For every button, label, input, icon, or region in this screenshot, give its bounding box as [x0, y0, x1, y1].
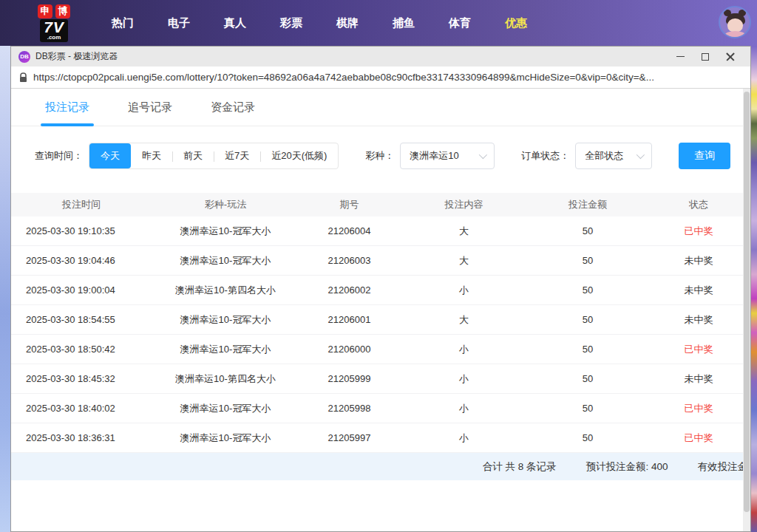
nav-menu: 热门 电子 真人 彩票 棋牌 捕鱼 体育 优惠: [95, 0, 544, 46]
nav-item-lottery[interactable]: 彩票: [263, 0, 319, 46]
screen: 申 博 7V .com 热门 电子 真人 彩票 棋牌 捕鱼 体育 优惠: [0, 0, 757, 532]
browser-favicon-icon: DB: [18, 51, 30, 63]
cell-status: 已中奖: [647, 402, 750, 415]
tab-fund-records[interactable]: 资金记录: [211, 100, 255, 126]
record-tabs: 投注记录 追号记录 资金记录: [11, 89, 750, 126]
header-bet-content: 投注内容: [399, 198, 529, 211]
cell-bet-time: 2025-03-30 18:50:42: [11, 344, 152, 355]
nav-item-fishing[interactable]: 捕鱼: [376, 0, 432, 46]
header-issue: 期号: [299, 198, 399, 211]
cell-bet-content: 大: [399, 313, 529, 327]
cell-bet-amount: 50: [529, 255, 647, 266]
logo-wordmark: 7V .com: [40, 19, 68, 42]
time-option-2days-ago[interactable]: 前天: [172, 143, 214, 168]
cell-bet-content: 大: [399, 225, 529, 238]
nav-item-slots[interactable]: 电子: [151, 0, 207, 46]
cell-play-type: 澳洲幸运10-冠军大小: [152, 432, 299, 445]
cell-bet-content: 小: [399, 432, 529, 445]
cell-play-type: 澳洲幸运10-冠军大小: [152, 225, 299, 238]
address-bar[interactable]: https://ctopcp02pcali.uengi5e.com/lotter…: [11, 66, 750, 89]
cell-bet-time: 2025-03-30 19:04:46: [11, 255, 152, 266]
cell-play-type: 澳洲幸运10-冠军大小: [152, 343, 299, 356]
lock-icon[interactable]: [19, 72, 27, 83]
time-option-7days[interactable]: 近7天: [214, 143, 260, 168]
cell-issue: 21206002: [299, 284, 399, 296]
cell-bet-time: 2025-03-30 19:00:04: [11, 284, 152, 296]
nav-item-live[interactable]: 真人: [207, 0, 263, 46]
header-play-type: 彩种-玩法: [152, 198, 299, 211]
cell-issue: 21206001: [299, 314, 399, 325]
lottery-select-value: 澳洲幸运10: [410, 149, 458, 163]
time-option-yesterday[interactable]: 昨天: [131, 143, 172, 168]
tab-chase-records[interactable]: 追号记录: [128, 100, 172, 126]
table-row: 2025-03-30 18:54:55澳洲幸运10-冠军大小21206001大5…: [11, 305, 750, 335]
site-navbar: 申 博 7V .com 热门 电子 真人 彩票 棋牌 捕鱼 体育 优惠: [0, 0, 757, 46]
cell-issue: 21205997: [299, 432, 399, 443]
nav-item-sports[interactable]: 体育: [432, 0, 488, 46]
search-button[interactable]: 查询: [679, 143, 730, 169]
scrollbar[interactable]: [743, 89, 750, 531]
cell-status: 未中奖: [647, 254, 750, 267]
cell-bet-amount: 50: [529, 432, 647, 443]
cell-bet-amount: 50: [529, 344, 647, 355]
cell-status: 未中奖: [647, 372, 750, 386]
close-button[interactable]: [718, 47, 743, 66]
window-title: DB彩票 - 极速浏览器: [35, 50, 118, 63]
logo-badge-right: 博: [55, 4, 70, 18]
tab-bet-records[interactable]: 投注记录: [45, 100, 89, 126]
cell-bet-amount: 50: [529, 373, 647, 384]
cell-bet-amount: 50: [529, 225, 647, 236]
status-filter-label: 订单状态：: [521, 149, 569, 163]
cell-bet-time: 2025-03-30 18:45:32: [11, 373, 152, 384]
avatar-body: [724, 31, 746, 38]
time-option-20days[interactable]: 近20天(低频): [260, 143, 338, 168]
nav-item-board[interactable]: 棋牌: [319, 0, 376, 46]
cell-bet-content: 小: [399, 402, 529, 415]
header-bet-amount: 投注金额: [529, 198, 647, 211]
cell-status: 已中奖: [647, 343, 750, 356]
cell-bet-amount: 50: [529, 314, 647, 325]
footer-total-records: 合计 共 8 条记录: [483, 460, 557, 474]
page-content: 投注记录 追号记录 资金记录 查询时间： 今天 昨天 前天 近7天 近20天(低…: [11, 89, 750, 531]
table-row: 2025-03-30 18:36:31澳洲幸运10-冠军大小21205997小5…: [11, 423, 750, 453]
cell-issue: 21206000: [299, 344, 399, 355]
minimize-button[interactable]: [668, 47, 693, 66]
cell-issue: 21206003: [299, 255, 399, 266]
maximize-icon: [702, 53, 709, 61]
footer-expected-amount: 预计投注金额: 400: [585, 460, 668, 474]
cell-play-type: 澳洲幸运10-冠军大小: [152, 254, 299, 267]
cell-status: 已中奖: [647, 432, 750, 445]
cell-bet-time: 2025-03-30 18:36:31: [11, 432, 152, 443]
cell-issue: 21205998: [299, 403, 399, 414]
header-status: 状态: [647, 198, 750, 211]
time-filter-label: 查询时间：: [35, 149, 83, 163]
lottery-filter-label: 彩种：: [365, 149, 394, 163]
cell-play-type: 澳洲幸运10-第四名大小: [152, 284, 299, 297]
table-row: 2025-03-30 19:00:04澳洲幸运10-第四名大小21206002小…: [11, 276, 750, 305]
lottery-select[interactable]: 澳洲幸运10: [400, 143, 495, 169]
browser-window: DB DB彩票 - 极速浏览器 https://ctopcp02pcali.ue…: [10, 46, 751, 532]
bet-records-table: 投注时间 彩种-玩法 期号 投注内容 投注金额 状态 2025-03-30 19…: [11, 193, 750, 480]
window-controls: [668, 47, 743, 66]
scrollbar-thumb[interactable]: [744, 92, 750, 512]
user-avatar[interactable]: [719, 6, 751, 38]
minimize-icon: [676, 56, 685, 57]
cell-status: 已中奖: [647, 225, 750, 238]
site-logo[interactable]: 申 博 7V .com: [30, 4, 78, 42]
cell-play-type: 澳洲幸运10-第四名大小: [152, 372, 299, 386]
table-row: 2025-03-30 18:50:42澳洲幸运10-冠军大小21206000小5…: [11, 335, 750, 364]
table-row: 2025-03-30 19:04:46澳洲幸运10-冠军大小21206003大5…: [11, 246, 750, 276]
order-status-select[interactable]: 全部状态: [575, 143, 652, 169]
time-option-today[interactable]: 今天: [89, 143, 131, 168]
cell-bet-time: 2025-03-30 18:54:55: [11, 314, 152, 325]
table-header-row: 投注时间 彩种-玩法 期号 投注内容 投注金额 状态: [11, 193, 750, 216]
table-body: 2025-03-30 19:10:35澳洲幸运10-冠军大小21206004大5…: [11, 216, 750, 453]
footer-valid-amount: 有效投注金: [698, 460, 748, 474]
nav-item-promo[interactable]: 优惠: [488, 0, 544, 46]
cell-issue: 21206004: [299, 225, 399, 236]
filter-bar: 查询时间： 今天 昨天 前天 近7天 近20天(低频) 彩种： 澳洲幸运10 订…: [35, 143, 750, 169]
desktop-wallpaper-left: [0, 46, 10, 532]
nav-item-hot[interactable]: 热门: [95, 0, 151, 46]
cell-bet-content: 大: [399, 254, 529, 267]
maximize-button[interactable]: [693, 47, 718, 66]
